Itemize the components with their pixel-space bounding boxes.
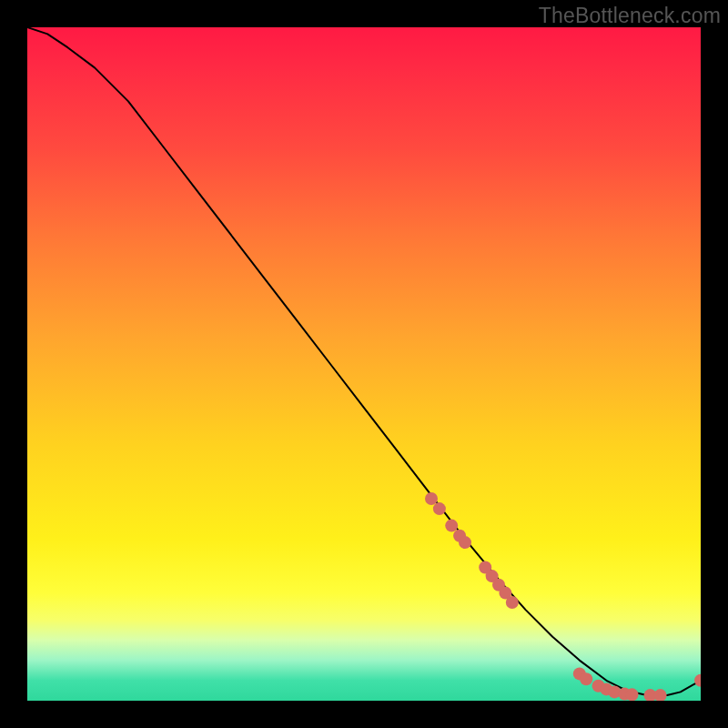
curve-marker	[506, 596, 519, 609]
curve-marker	[654, 689, 667, 701]
chart-container: TheBottleneck.com	[0, 0, 728, 728]
plot-area	[27, 27, 701, 701]
curve-marker	[459, 536, 471, 549]
curve-layer	[27, 27, 701, 701]
bottleneck-curve	[27, 27, 701, 695]
curve-marker	[694, 674, 701, 687]
curve-marker	[445, 520, 458, 532]
curve-marker	[433, 502, 446, 515]
curve-markers	[425, 492, 701, 701]
curve-marker	[580, 672, 592, 685]
watermark-text: TheBottleneck.com	[539, 4, 721, 28]
curve-marker	[626, 688, 639, 701]
curve-marker	[425, 492, 438, 505]
